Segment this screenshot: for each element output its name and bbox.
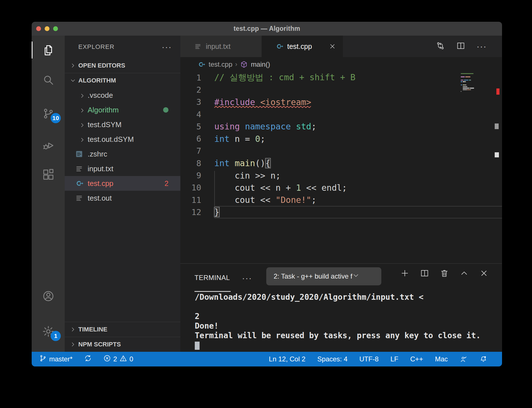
tree-item-test-out[interactable]: test.out — [65, 191, 180, 205]
terminal-line: /Downloads/2020/study_2020/Algorithm/inp… — [195, 292, 494, 302]
terminal-line: Terminal will be reused by tasks, press … — [195, 331, 494, 340]
code-line-content[interactable]: using namespace std; — [214, 120, 502, 133]
section-timeline[interactable]: TIMELINE — [65, 322, 180, 337]
code-line-content[interactable]: #include <iostream> — [214, 96, 502, 108]
new-terminal-icon[interactable] — [400, 269, 409, 279]
tree-item-test-out-dSYM[interactable]: test.out.dSYM — [65, 132, 180, 147]
close-panel-icon[interactable] — [479, 269, 488, 279]
terminal-cursor — [195, 342, 200, 350]
tree-item-label: .vscode — [88, 91, 113, 100]
tree-item--zshrc[interactable]: .zshrc — [65, 147, 180, 161]
zoom-window-button[interactable] — [53, 26, 58, 31]
git-change-dot — [163, 107, 168, 113]
file-text-icon — [75, 194, 83, 202]
language-mode-status[interactable]: C++ — [410, 355, 423, 363]
code-editor[interactable]: 1// 실행방법 : cmd + shift + B23#include <io… — [180, 71, 502, 263]
indent-guide — [214, 171, 215, 206]
tree-item-Algorithm[interactable]: Algorithm — [65, 103, 180, 117]
line-number[interactable]: 4 — [180, 110, 201, 119]
line-number[interactable]: 2 — [180, 85, 201, 95]
tree-item-test-cpp[interactable]: test.cpp2 — [65, 176, 180, 191]
tree-item--vscode[interactable]: .vscode — [65, 88, 180, 103]
activity-source-control-icon[interactable]: 10 — [32, 101, 65, 126]
tab-input-txt[interactable]: input.txt — [180, 36, 262, 57]
code-line-10: 10 cout << n + 1 << endl; — [180, 182, 502, 194]
activity-bar: 101 — [32, 36, 65, 352]
line-number[interactable]: 10 — [180, 183, 201, 192]
problems-status[interactable]: 2 0 — [103, 354, 133, 364]
status-bar: master* 2 0 Ln 12, Col 2Spaces: 4UTF-8LF… — [32, 352, 502, 366]
text-file-icon — [194, 42, 202, 50]
line-number[interactable]: 11 — [180, 195, 201, 205]
activity-run-debug-icon[interactable] — [32, 133, 65, 158]
feedback-icon[interactable] — [460, 355, 468, 363]
activity-account-icon[interactable] — [32, 284, 65, 309]
line-number[interactable]: 1 — [180, 73, 201, 83]
code-line-content[interactable]: // 실행방법 : cmd + shift + B — [214, 71, 502, 84]
code-line-content[interactable]: cout << "Done!"; — [214, 194, 502, 206]
activity-explorer-icon[interactable] — [32, 38, 65, 62]
line-number[interactable]: 7 — [180, 146, 201, 156]
split-editor-icon[interactable] — [456, 41, 465, 51]
terminal-tab[interactable]: TERMINAL — [194, 274, 230, 282]
line-number[interactable]: 9 — [180, 171, 201, 180]
cursor-position-status[interactable]: Ln 12, Col 2 — [269, 355, 305, 363]
close-tab-icon[interactable] — [329, 43, 336, 50]
line-number[interactable]: 3 — [180, 97, 201, 107]
section-algorithm-root[interactable]: ALGORITHM — [65, 73, 180, 88]
section-npm-scripts[interactable]: NPM SCRIPTS — [65, 337, 180, 352]
line-number[interactable]: 8 — [180, 159, 201, 168]
error-circle-icon — [103, 354, 111, 364]
open-changes-icon[interactable] — [436, 41, 445, 51]
source-control-badge: 10 — [51, 113, 61, 123]
editor-more-actions-icon[interactable]: ··· — [477, 42, 487, 51]
breadcrumb-file[interactable]: test.cpp — [209, 60, 232, 68]
code-line-content[interactable] — [214, 145, 502, 157]
activity-settings-icon[interactable]: 1 — [32, 319, 65, 344]
chevron-right-icon — [70, 62, 76, 69]
split-terminal-icon[interactable] — [420, 269, 429, 279]
panel-more-actions-icon[interactable]: ··· — [242, 273, 252, 283]
line-number[interactable]: 5 — [180, 122, 201, 131]
encoding-status[interactable]: UTF-8 — [359, 355, 379, 363]
eol-status[interactable]: LF — [390, 355, 398, 363]
terminal-instance-select[interactable]: 2: Task - g++ build active f — [266, 267, 381, 285]
remote-os-status[interactable]: Mac — [435, 355, 448, 363]
code-line-8: 8int main(){ — [180, 157, 502, 169]
minimize-window-button[interactable] — [45, 26, 49, 31]
sync-status[interactable] — [84, 354, 92, 364]
activity-search-icon[interactable] — [32, 68, 65, 92]
code-line-content[interactable] — [214, 84, 502, 96]
tree-item-input-txt[interactable]: input.txt — [65, 161, 180, 176]
line-number[interactable]: 12 — [180, 207, 201, 217]
line-number[interactable]: 6 — [180, 134, 201, 144]
kill-terminal-icon[interactable] — [440, 269, 449, 279]
notifications-bell-icon[interactable] — [479, 355, 487, 363]
sync-icon — [84, 354, 92, 364]
activity-extensions-icon[interactable] — [32, 162, 65, 187]
traffic-lights — [36, 22, 58, 36]
breadcrumb-symbol[interactable]: main() — [251, 60, 270, 68]
maximize-panel-icon[interactable] — [460, 269, 469, 279]
code-line-6: 6int n = 0; — [180, 133, 502, 145]
section-open-editors[interactable]: OPEN EDITORS — [65, 58, 180, 73]
token-plain: cout << — [214, 195, 276, 205]
sidebar-header: EXPLORER ··· — [65, 36, 180, 58]
tree-item-label: Algorithm — [88, 106, 119, 114]
tree-item-test-dSYM[interactable]: test.dSYM — [65, 117, 180, 132]
code-line-content[interactable]: } — [214, 206, 502, 218]
minimap[interactable] — [461, 73, 493, 92]
code-line-content[interactable]: int n = 0; — [214, 133, 502, 145]
code-line-content[interactable]: cin >> n; — [214, 169, 502, 181]
code-line-content[interactable]: int main(){ — [214, 157, 502, 169]
close-window-button[interactable] — [36, 26, 41, 31]
code-line-content[interactable]: cout << n + 1 << endl; — [214, 182, 502, 194]
sidebar-more-actions-icon[interactable]: ··· — [162, 43, 172, 51]
code-line-2: 2 — [180, 84, 502, 96]
tab-test-cpp[interactable]: test.cpp — [262, 36, 343, 57]
code-line-content[interactable] — [214, 108, 502, 120]
minimap-line — [461, 73, 493, 74]
indentation-status[interactable]: Spaces: 4 — [317, 355, 348, 363]
git-branch-status[interactable]: master* — [39, 354, 73, 364]
code-line-5: 5using namespace std; — [180, 120, 502, 133]
